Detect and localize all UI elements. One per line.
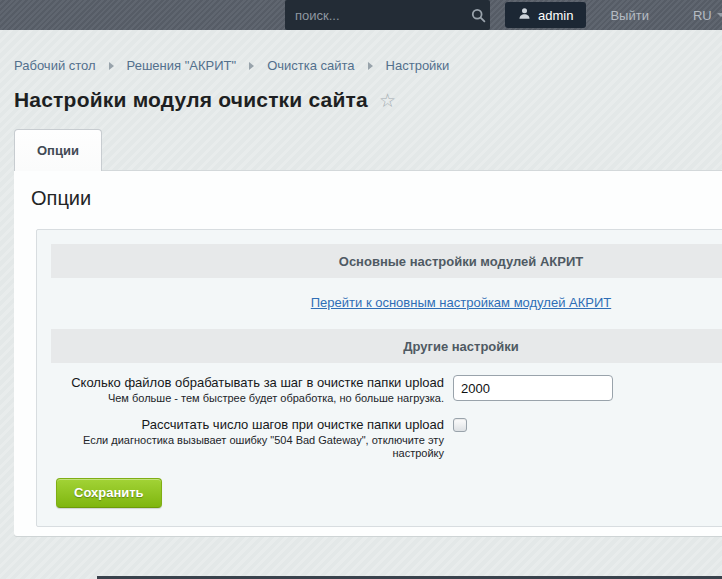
- save-button[interactable]: Сохранить: [56, 478, 162, 508]
- field-hint: Чем больше - тем быстрее будет обработка…: [51, 392, 444, 405]
- user-icon: [518, 6, 531, 24]
- field-label-cell: Сколько файлов обрабатывать за шаг в очи…: [51, 375, 444, 405]
- link-row: Перейти к основным настройкам модулей АК…: [51, 293, 722, 311]
- search-icon[interactable]: [471, 8, 486, 23]
- field-row-files-per-step: Сколько файлов обрабатывать за шаг в очи…: [51, 375, 722, 405]
- field-control-cell: [453, 417, 467, 460]
- field-row-calc-steps: Рассчитать число шагов при очистке папки…: [51, 417, 722, 460]
- field-label-cell: Рассчитать число шагов при очистке папки…: [51, 417, 444, 460]
- breadcrumb-item-solutions[interactable]: Решения "АКРИТ": [127, 58, 237, 73]
- breadcrumb-item-settings[interactable]: Настройки: [386, 58, 450, 73]
- content-panel: Опции Основные настройки модулей АКРИТ П…: [14, 170, 722, 536]
- breadcrumb-item-desktop[interactable]: Рабочий стол: [14, 58, 96, 73]
- breadcrumb-arrow-icon: [368, 62, 373, 70]
- breadcrumb-arrow-icon: [249, 62, 254, 70]
- chevron-down-icon: [717, 13, 722, 17]
- user-menu-button[interactable]: admin: [505, 2, 586, 28]
- language-switcher[interactable]: RU: [693, 8, 722, 23]
- field-control-cell: [453, 375, 613, 405]
- title-row: Настройки модуля очистки сайта ☆: [14, 88, 722, 112]
- username-label: admin: [538, 8, 573, 23]
- field-hint: Если диагностика вызывает ошибку "504 Ba…: [51, 434, 444, 460]
- search-box[interactable]: [285, 0, 490, 30]
- breadcrumb: Рабочий стол Решения "АКРИТ" Очистка сай…: [14, 58, 722, 73]
- breadcrumb-item-site-cleanup[interactable]: Очистка сайта: [267, 58, 354, 73]
- tab-options[interactable]: Опции: [14, 129, 102, 171]
- save-row: Сохранить: [56, 478, 722, 508]
- calc-steps-checkbox[interactable]: [453, 418, 467, 432]
- settings-form: Основные настройки модулей АКРИТ Перейти…: [36, 229, 722, 527]
- favorite-star-icon[interactable]: ☆: [379, 91, 396, 110]
- files-per-step-input[interactable]: [453, 375, 613, 401]
- language-label: RU: [693, 8, 712, 23]
- topbar: admin Выйти RU: [0, 0, 722, 30]
- section-header-other-settings: Другие настройки: [51, 329, 722, 363]
- tab-bar: Опции: [14, 129, 722, 170]
- logout-link[interactable]: Выйти: [610, 8, 649, 23]
- field-label: Рассчитать число шагов при очистке папки…: [51, 417, 444, 433]
- page-root: admin Выйти RU Рабочий стол Решения "АКР…: [0, 0, 722, 579]
- breadcrumb-arrow-icon: [109, 62, 114, 70]
- main-settings-link[interactable]: Перейти к основным настройкам модулей АК…: [311, 295, 611, 310]
- field-label: Сколько файлов обрабатывать за шаг в очи…: [51, 375, 444, 391]
- section-heading: Опции: [14, 171, 722, 210]
- section-header-main-settings: Основные настройки модулей АКРИТ: [51, 244, 722, 278]
- search-input[interactable]: [295, 8, 471, 23]
- page-title: Настройки модуля очистки сайта: [14, 88, 368, 112]
